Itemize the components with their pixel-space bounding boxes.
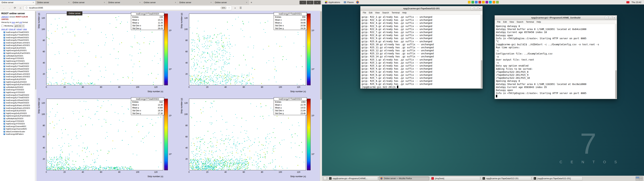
- tree-item[interactable]: lowEnergyExEyDSSD2: [4, 78, 35, 80]
- anydesk-tray-icon[interactable]: [626, 1, 630, 3]
- forward-icon[interactable]: →: [7, 6, 12, 10]
- plot-dssd0[interactable]: Strip number (y) 20406080100120 02040608…: [36, 11, 179, 96]
- stats-box[interactable]: lowEnergyXYTotalDSSD3 Entries1063Mean x2…: [274, 97, 307, 115]
- tab-close-icon[interactable]: ×: [175, 1, 176, 4]
- tree-item[interactable]: highEnergyExEyDSSD2: [4, 80, 35, 83]
- tree-item[interactable]: lowEnergyEyYTotalDSSD3: [4, 96, 35, 99]
- tab-close-icon[interactable]: ×: [246, 1, 247, 4]
- maximize-button[interactable]: □: [609, 16, 612, 19]
- terminal-body[interactable]: gzip: R22_2.gz already has .gz suffix --…: [360, 15, 481, 88]
- tab-close-icon[interactable]: ×: [33, 1, 34, 4]
- stats-box[interactable]: lowEnergyXYTotalDSSD1 Entries656Mean x22…: [274, 12, 307, 30]
- tree-item[interactable]: lowEnergyExRateLoDSSD3: [4, 104, 35, 107]
- tree-item[interactable]: lowEnergyEyYTotalDSSD2: [4, 65, 35, 68]
- minimize-button[interactable]: –: [470, 7, 474, 10]
- taskbar-item[interactable]: npg@carme-gsi:/TapeData/G22-201: [481, 176, 531, 180]
- tree-item[interactable]: lowEnergyEyYRateDSSD3: [4, 102, 35, 104]
- taskbar-item[interactable]: npg@carme-gsi:~/Programs/CARME...: [328, 176, 378, 180]
- tree-item[interactable]: lowEnergyExXTotalDSSD1: [4, 31, 35, 34]
- terminal-scrollbar[interactable]: [481, 15, 482, 88]
- terminal-scrollbar-thumb[interactable]: [615, 70, 617, 98]
- tray-icon-1[interactable]: [468, 1, 470, 4]
- tree-action-reload[interactable]: reload: [17, 28, 22, 30]
- plot-dssd3[interactable]: Strip number (y) 20406080100120 02040608…: [179, 96, 322, 181]
- tree-item[interactable]: lowEnergyXYDSSD1: [4, 57, 35, 60]
- site-info-icon[interactable]: ⓘ: [26, 6, 28, 10]
- menu-view[interactable]: View: [374, 12, 381, 14]
- page-scrollbar-thumb[interactable]: [320, 11, 322, 100]
- stats-box[interactable]: lowEnergyXYTotalDSSD2 Entries642Mean x13…: [131, 97, 164, 115]
- workspace-4[interactable]: [639, 178, 643, 180]
- terminal-window-tapedata[interactable]: npg@carme-gsi:/TapeData/G22-201 –□× File…: [360, 6, 483, 89]
- tray-icon-2[interactable]: [472, 1, 474, 4]
- tree-item[interactable]: lowEnergyEyYTotalDSSD1: [4, 34, 35, 36]
- tree-item[interactable]: ddasCorrelationScaler: [4, 130, 35, 133]
- taskbar-item[interactable]: Online server — Mozilla Firefox: [379, 176, 429, 180]
- tab-close-icon[interactable]: ×: [68, 1, 70, 4]
- tree-item[interactable]: lowEnergyEyYRateDSSD2: [4, 70, 35, 73]
- workspace-1[interactable]: [636, 177, 639, 178]
- close-button[interactable]: ×: [314, 1, 321, 4]
- workspace-2[interactable]: [639, 177, 643, 178]
- tree-item[interactable]: highEnergyExEyDSSD3: [4, 112, 35, 115]
- panel-clock[interactable]: Thu 23:42: [630, 1, 642, 4]
- minimize-button[interactable]: –: [605, 16, 608, 19]
- terminal-titlebar[interactable]: npg@carme-gsi:/TapeData/G22-201 –□×: [360, 6, 482, 11]
- menu-view[interactable]: View: [508, 21, 515, 23]
- tab-close-icon[interactable]: ×: [139, 1, 140, 4]
- tray-icon-4[interactable]: [478, 1, 481, 4]
- url-text[interactable]: localhost:8085: [29, 6, 219, 9]
- plot-dssd2[interactable]: Strip number (y) 20406080100120 02040608…: [36, 96, 179, 181]
- firefox-launcher-icon[interactable]: [356, 1, 359, 4]
- close-button[interactable]: ×: [613, 16, 616, 19]
- zoom-level-badge[interactable]: 90%: [220, 6, 227, 9]
- tree-item[interactable]: xyMultiplicityDSSD3: [4, 117, 35, 120]
- terminal-window-carme-sort[interactable]: npg@carme-gsi:~/Programs/CARME_Sort/buil…: [494, 15, 617, 99]
- sidebar-scrollbar[interactable]: [35, 11, 36, 181]
- tree-action-clear[interactable]: clear: [23, 28, 27, 30]
- back-icon[interactable]: ←: [2, 6, 6, 10]
- layout-select[interactable]: grid 2x2 ▾: [14, 24, 24, 27]
- new-tab-button[interactable]: +: [249, 0, 254, 5]
- tree-item[interactable]: lowEnergyXYDSSD2: [4, 88, 35, 91]
- sidebar-scrollbar-thumb[interactable]: [35, 11, 36, 90]
- tree-item[interactable]: highEnergyExEyPairDSSD3: [4, 115, 35, 117]
- bookmark-star-icon[interactable]: ☆: [228, 6, 230, 9]
- workspace-switcher[interactable]: [636, 176, 643, 180]
- browser-tab[interactable]: Online server×: [71, 0, 107, 5]
- tree-item[interactable]: lowEnergyXYDSSD3: [4, 120, 35, 122]
- menu-edit[interactable]: Edit: [502, 21, 508, 23]
- menu-edit[interactable]: Edit: [368, 12, 374, 14]
- home-icon[interactable]: ⌂: [18, 6, 23, 10]
- overflow-chevron-icon[interactable]: »: [233, 6, 237, 10]
- browser-tab[interactable]: Online server×: [178, 0, 213, 5]
- menu-search[interactable]: Search: [381, 12, 390, 14]
- tree-item[interactable]: highEnergyXYDSSD3: [4, 122, 35, 125]
- tree-item[interactable]: highEnergyChannelADC: [4, 128, 35, 130]
- tree-action-close-all[interactable]: close all: [9, 28, 15, 30]
- tree-item[interactable]: lowEnergyExEyDSSD3: [4, 109, 35, 112]
- terminal-scrollbar-thumb[interactable]: [481, 60, 482, 88]
- tree-item[interactable]: highEnergyXYDSSD1: [4, 60, 35, 62]
- tree-item[interactable]: lowEnergyExXTotalDSSD3: [4, 94, 35, 96]
- menu-file[interactable]: File: [362, 12, 368, 14]
- browser-tab[interactable]: Online server×: [107, 0, 142, 5]
- plot-dssd1[interactable]: Strip number (y) 20406080100120 02040608…: [179, 11, 322, 96]
- places-menu[interactable]: Places: [342, 0, 355, 4]
- tray-icon-6[interactable]: [486, 1, 488, 4]
- json-link[interactable]: json: [12, 21, 15, 23]
- tree-item[interactable]: lowEnergyEyRateLoDSSD3: [4, 107, 35, 110]
- tree-item[interactable]: lowEnergyExEyDSSD1: [4, 46, 35, 49]
- menu-file[interactable]: File: [496, 21, 502, 23]
- menu-help[interactable]: Help: [535, 21, 542, 23]
- tree-item[interactable]: lowEnergyExRateLoDSSD2: [4, 73, 35, 76]
- show-desktop-button[interactable]: [323, 177, 327, 180]
- tree-item[interactable]: highEnergyXYDSSD2: [4, 91, 35, 94]
- reload-icon[interactable]: ⟳: [13, 6, 17, 10]
- menu-help[interactable]: Help: [401, 12, 408, 14]
- tree-item[interactable]: lowEnergyExXTotalDSSD2: [4, 62, 35, 65]
- tree-item[interactable]: highEnergyExEyPairDSSD2: [4, 83, 35, 86]
- menu-search[interactable]: Search: [515, 21, 525, 23]
- close-button[interactable]: ×: [478, 7, 482, 10]
- tray-icon-3[interactable]: [475, 1, 478, 4]
